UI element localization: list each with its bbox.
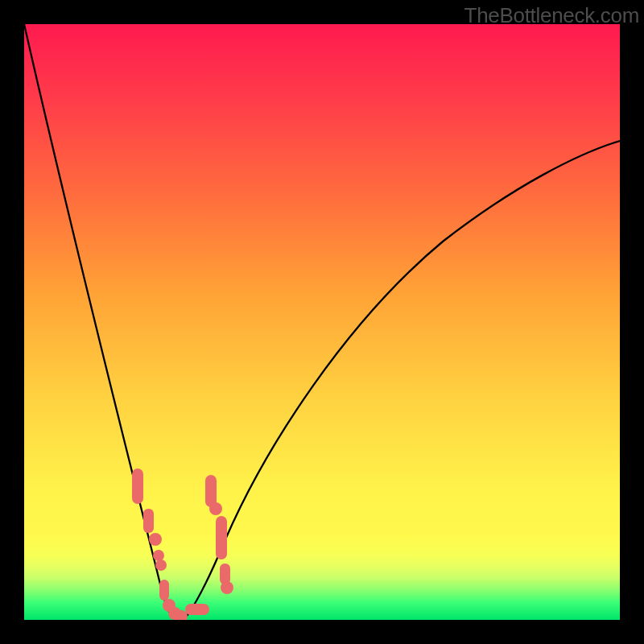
data-marker [149,533,162,546]
data-marker [143,509,154,533]
data-marker [159,580,169,601]
data-marker [216,516,227,559]
data-marker [209,502,222,515]
data-marker [132,469,143,504]
bottleneck-curve-right [185,141,620,618]
data-marker [221,581,233,594]
data-marker [185,604,209,615]
chart-frame [24,24,620,620]
data-marker [153,550,164,561]
data-marker [220,564,230,584]
data-marker [155,559,167,571]
chart-svg [24,24,620,620]
data-marker [205,475,217,507]
